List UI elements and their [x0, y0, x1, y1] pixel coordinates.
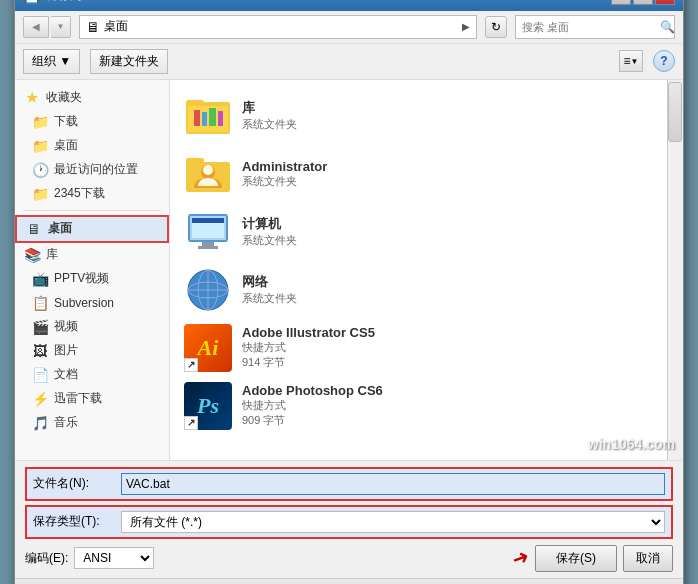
title-bar: 💾 另存为 — □ ✕: [15, 0, 683, 11]
sidebar-item-2345[interactable]: 📁 2345下载: [15, 182, 169, 206]
filename-row: 文件名(N):: [25, 467, 673, 501]
help-button[interactable]: ?: [653, 50, 675, 72]
file-item-computer[interactable]: 计算机 系统文件夹: [178, 204, 675, 260]
svg-rect-14: [198, 246, 218, 249]
bottom-bar: 文件名(N): 保存类型(T): 所有文件 (*.*) 编码(E): ANSI …: [15, 460, 683, 578]
organize-button[interactable]: 组织 ▼: [23, 49, 80, 74]
back-icon: ◀: [32, 21, 40, 32]
folder-icon-download: 📁: [31, 113, 49, 131]
file-item-library[interactable]: 库 系统文件夹: [178, 88, 675, 144]
sidebar-item-favorites[interactable]: ★ 收藏夹: [15, 86, 169, 110]
content-scrollbar[interactable]: [667, 80, 683, 460]
ps-file-info: Adobe Photoshop CS6 快捷方式 909 字节: [242, 383, 669, 428]
admin-name: Administrator: [242, 159, 669, 174]
search-bar[interactable]: 🔍: [515, 15, 675, 39]
save-button[interactable]: 保存(S): [535, 545, 617, 572]
ai-detail-line2: 914 字节: [242, 355, 669, 370]
recent-icon: 🕐: [31, 161, 49, 179]
desktop-icon-sidebar: 🖥: [25, 220, 43, 238]
sidebar-item-download[interactable]: 📁 下载: [15, 110, 169, 134]
window-icon: 💾: [23, 0, 40, 4]
sidebar-item-library[interactable]: 📚 库: [15, 243, 169, 267]
sidebar-item-desktop-selected[interactable]: 🖥 桌面: [15, 215, 169, 243]
svg-rect-8: [186, 158, 204, 164]
sidebar-item-images[interactable]: 🖼 图片: [15, 339, 169, 363]
action-bar: 组织 ▼ 新建文件夹 ≡ ▼ ?: [15, 44, 683, 80]
sidebar-favorites-label: 收藏夹: [46, 89, 82, 106]
sidebar-item-video[interactable]: 🎬 视频: [15, 315, 169, 339]
sidebar-item-desktop[interactable]: 📁 桌面: [15, 134, 169, 158]
svg-point-10: [203, 165, 213, 175]
file-item-network[interactable]: 网络 系统文件夹: [178, 262, 675, 318]
network-file-info: 网络 系统文件夹: [242, 273, 669, 306]
sidebar-item-subversion[interactable]: 📋 Subversion: [15, 291, 169, 315]
search-input[interactable]: [522, 21, 660, 33]
sidebar-library-label: 库: [46, 246, 58, 263]
ps-name: Adobe Photoshop CS6: [242, 383, 669, 398]
sidebar-item-music[interactable]: 🎵 音乐: [15, 411, 169, 435]
admin-file-info: Administrator 系统文件夹: [242, 159, 669, 189]
thunder-icon: ⚡: [31, 390, 49, 408]
computer-name: 计算机: [242, 215, 669, 233]
encoding-area: 编码(E): ANSI: [25, 547, 154, 569]
svg-rect-16: [192, 218, 224, 223]
new-folder-button[interactable]: 新建文件夹: [90, 49, 168, 74]
ai-detail-line1: 快捷方式: [242, 340, 669, 355]
maximize-button[interactable]: □: [633, 0, 653, 5]
admin-detail: 系统文件夹: [242, 174, 669, 189]
main-area: ★ 收藏夹 📁 下载 📁 桌面 🕐 最近访问的位置 📁 2345下载: [15, 80, 683, 460]
filename-input[interactable]: [121, 473, 665, 495]
computer-file-info: 计算机 系统文件夹: [242, 215, 669, 248]
shortcut-arrow-ps: ↗: [187, 417, 195, 428]
ps-detail-line1: 快捷方式: [242, 398, 669, 413]
address-dropdown-icon: ▶: [462, 21, 470, 32]
svg-rect-3: [194, 110, 200, 126]
sidebar: ★ 收藏夹 📁 下载 📁 桌面 🕐 最近访问的位置 📁 2345下载: [15, 80, 170, 460]
minimize-button[interactable]: —: [611, 0, 631, 5]
view-icon: ≡: [624, 54, 631, 68]
sidebar-item-pptv[interactable]: 📺 PPTV视频: [15, 267, 169, 291]
scrollbar-thumb[interactable]: [668, 82, 682, 142]
address-bar[interactable]: 🖥 桌面 ▶: [79, 15, 477, 39]
sidebar-2345-label: 2345下载: [54, 185, 105, 202]
search-icon: 🔍: [660, 20, 675, 34]
encoding-label: 编码(E):: [25, 550, 68, 567]
sidebar-item-docs[interactable]: 📄 文档: [15, 363, 169, 387]
refresh-button[interactable]: ↻: [485, 16, 507, 38]
view-toggle-button[interactable]: ≡ ▼: [619, 50, 643, 72]
sidebar-recent-label: 最近访问的位置: [54, 161, 138, 178]
forward-icon: ▼: [57, 22, 65, 31]
file-item-ps[interactable]: Ps ↗ Adobe Photoshop CS6 快捷方式 909 字节: [178, 378, 675, 434]
filename-label: 文件名(N):: [33, 475, 113, 492]
svg-rect-5: [209, 108, 216, 126]
close-button[interactable]: ✕: [655, 0, 675, 5]
sidebar-selected-label: 桌面: [48, 220, 72, 237]
shortcut-arrow-ai: ↗: [187, 359, 195, 370]
file-item-admin[interactable]: Administrator 系统文件夹: [178, 146, 675, 202]
forward-button[interactable]: ▼: [51, 16, 71, 38]
file-content-area: 库 系统文件夹: [170, 80, 683, 460]
sidebar-separator-1: [23, 210, 161, 211]
cancel-button[interactable]: 取消: [623, 545, 673, 572]
ps-file-icon: Ps ↗: [184, 382, 232, 430]
network-file-icon: [184, 266, 232, 314]
folder-icon-2345: 📁: [31, 185, 49, 203]
file-item-ai[interactable]: Ai ↗ Adobe Illustrator CS5 快捷方式 914 字节: [178, 320, 675, 376]
ai-name: Adobe Illustrator CS5: [242, 325, 669, 340]
view-dropdown-icon: ▼: [631, 57, 639, 66]
svg-rect-4: [202, 112, 207, 126]
filetype-select[interactable]: 所有文件 (*.*): [121, 511, 665, 533]
action-buttons: ➜ 保存(S) 取消: [512, 545, 673, 572]
network-name: 网络: [242, 273, 669, 291]
nav-buttons: ◀ ▼: [23, 16, 71, 38]
folder-icon-desktop: 📁: [31, 137, 49, 155]
sidebar-music-label: 音乐: [54, 414, 78, 431]
sidebar-item-thunder[interactable]: ⚡ 迅雷下载: [15, 387, 169, 411]
subversion-icon: 📋: [31, 294, 49, 312]
library-name: 库: [242, 99, 669, 117]
filetype-label: 保存类型(T):: [33, 513, 113, 530]
encoding-select[interactable]: ANSI: [74, 547, 154, 569]
back-button[interactable]: ◀: [23, 16, 49, 38]
sidebar-item-recent[interactable]: 🕐 最近访问的位置: [15, 158, 169, 182]
library-file-icon: [184, 92, 232, 140]
